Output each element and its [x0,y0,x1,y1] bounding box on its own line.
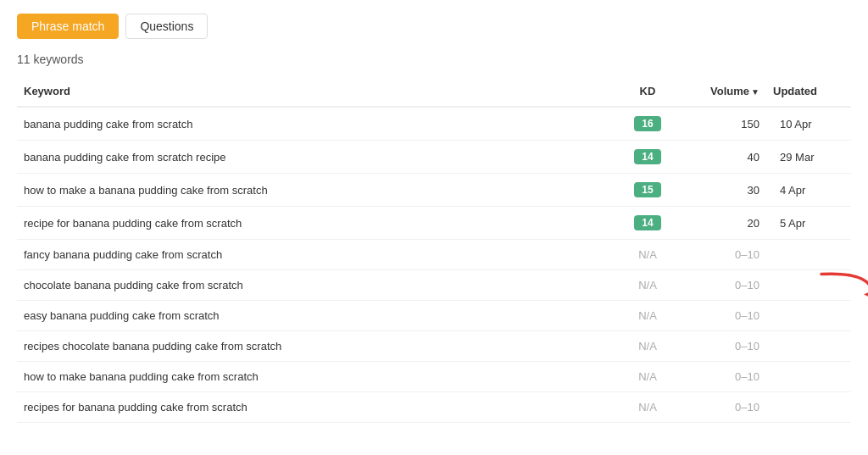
table-row: recipes for banana pudding cake from scr… [17,392,851,423]
volume-cell: 150 [682,107,766,141]
keywords-table: Keyword KD Volume▼ Updated banana puddin… [17,76,851,423]
updated-cell [766,392,851,423]
keyword-cell: how to make a banana pudding cake from s… [17,174,614,207]
kd-cell: N/A [614,392,682,423]
kd-badge: 14 [634,215,661,230]
keyword-cell: how to make banana pudding cake from scr… [17,362,614,392]
kd-na: N/A [638,340,657,352]
kd-na: N/A [638,370,657,383]
keyword-cell: chocolate banana pudding cake from scrat… [17,270,614,301]
sort-icon: ▼ [751,87,760,97]
kd-cell: N/A [614,270,682,301]
kd-badge: 15 [634,182,661,197]
header-kd: KD [614,76,682,107]
volume-cell: 0–10 [682,362,766,392]
kd-cell: 15 [614,174,682,207]
updated-cell [766,301,851,331]
kd-na: N/A [638,248,657,261]
keyword-cell: recipes chocolate banana pudding cake fr… [17,331,614,362]
red-arrow-icon [817,267,868,303]
tab-questions[interactable]: Questions [125,14,208,39]
updated-cell: 4 Apr [766,174,851,207]
kd-cell: 14 [614,207,682,240]
volume-cell: 40 [682,141,766,174]
tab-bar: Phrase match Questions [17,14,851,39]
updated-cell [766,240,851,270]
volume-cell: 20 [682,207,766,240]
kd-na: N/A [638,401,657,413]
table-row: recipes chocolate banana pudding cake fr… [17,331,851,362]
main-container: Phrase match Questions 11 keywords Keywo… [0,0,868,436]
keyword-cell: recipes for banana pudding cake from scr… [17,392,614,423]
header-volume[interactable]: Volume▼ [682,76,766,107]
kd-badge: 16 [634,116,661,131]
header-keyword: Keyword [17,76,614,107]
table-row: how to make a banana pudding cake from s… [17,174,851,207]
kd-na: N/A [638,309,657,322]
kd-badge: 14 [634,149,661,164]
header-updated: Updated [766,76,851,107]
keyword-cell: easy banana pudding cake from scratch [17,301,614,331]
svg-marker-0 [864,287,868,299]
table-row: easy banana pudding cake from scratchN/A… [17,301,851,331]
kd-cell: 14 [614,141,682,174]
updated-cell: 10 Apr [766,107,851,141]
keyword-cell: recipe for banana pudding cake from scra… [17,207,614,240]
kd-cell: N/A [614,240,682,270]
table-header-row: Keyword KD Volume▼ Updated [17,76,851,107]
kd-cell: N/A [614,301,682,331]
updated-cell: 5 Apr [766,207,851,240]
volume-cell: 0–10 [682,331,766,362]
table-row: banana pudding cake from scratch recipe1… [17,141,851,174]
volume-cell: 0–10 [682,301,766,331]
updated-cell [766,331,851,362]
updated-cell [766,362,851,392]
keywords-count: 11 keywords [17,53,851,66]
kd-na: N/A [638,279,657,291]
volume-cell: 30 [682,174,766,207]
kd-cell: 16 [614,107,682,141]
tab-phrase-match[interactable]: Phrase match [17,14,119,39]
keyword-cell: banana pudding cake from scratch [17,107,614,141]
updated-cell [766,270,851,301]
table-row: banana pudding cake from scratch1615010 … [17,107,851,141]
kd-cell: N/A [614,362,682,392]
volume-cell: 0–10 [682,240,766,270]
table-row: how to make banana pudding cake from scr… [17,362,851,392]
updated-cell: 29 Mar [766,141,851,174]
table-row: fancy banana pudding cake from scratchN/… [17,240,851,270]
keyword-cell: banana pudding cake from scratch recipe [17,141,614,174]
table-row: chocolate banana pudding cake from scrat… [17,270,851,301]
keyword-cell: fancy banana pudding cake from scratch [17,240,614,270]
volume-cell: 0–10 [682,392,766,423]
table-row: recipe for banana pudding cake from scra… [17,207,851,240]
volume-cell: 0–10 [682,270,766,301]
kd-cell: N/A [614,331,682,362]
